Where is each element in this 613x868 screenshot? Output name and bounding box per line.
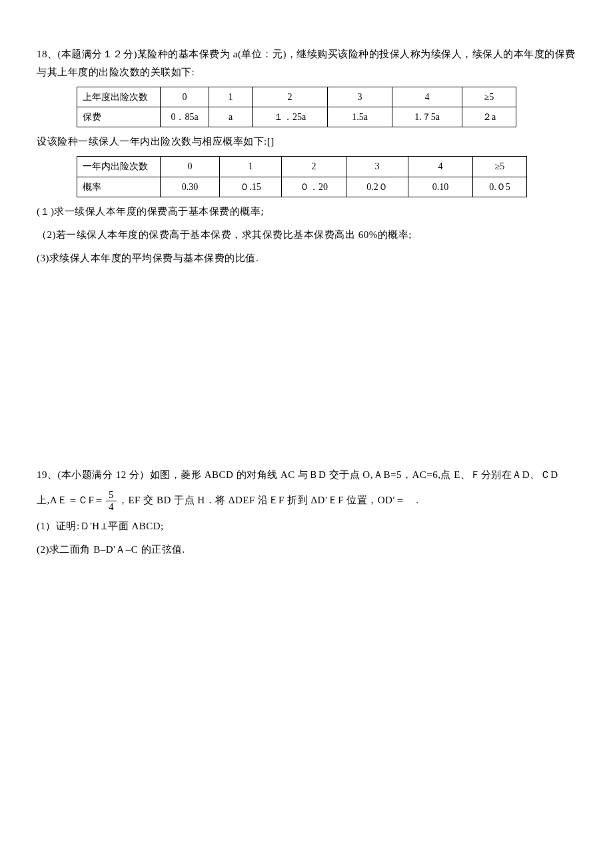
p18-intro: 18、(本题满分１２分)某险种的基本保费为 a(单位：元)，继续购买该险种的投保… [37,45,576,81]
table-probability: 一年内出险次数 0 1 2 3 4 ≥5 概率 0.30 ０.15 ０．20 0… [77,156,527,197]
table-cell: a [209,107,253,127]
table-cell: 4 [392,87,462,107]
fraction-den: 4 [106,501,117,513]
p18-q1: (１)求一续保人本年度的保费高于基本保费的概率; [37,203,576,221]
p18-q3: (3)求续保人本年度的平均保费与基本保费的比值. [37,249,576,267]
p19-line1b: 上,AＥ＝ＣF＝54，EF 交 BD 于点 H．将 ΔDEF 沿ＥF 折到 ΔD… [37,489,576,513]
table-cell: 0.30 [161,177,220,197]
fraction-num: 5 [106,489,117,501]
table-cell: ２a [462,107,516,127]
table-row: 概率 0.30 ０.15 ０．20 0.2０ 0.10 0.０5 [77,177,527,197]
table-cell: 0.2０ [346,177,408,197]
table-cell: 1.5a [328,107,392,127]
p19-post: ，EF 交 BD 于点 H．将 ΔDEF 沿ＥF 折到 ΔD′ＥF 位置，OD′… [118,495,419,505]
table-cell: 2 [282,157,346,177]
table-cell: 0.10 [408,177,473,197]
table-cell: ≥5 [473,157,527,177]
table-cell: ０.15 [220,177,282,197]
problem-18: 18、(本题满分１２分)某险种的基本保费为 a(单位：元)，继续购买该险种的投保… [37,45,576,267]
table-cell: 0 [161,87,209,107]
table-cell: 1 [209,87,253,107]
fraction: 54 [106,489,117,512]
table-row: 上年度出险次数 0 1 2 3 4 ≥5 [77,87,516,107]
p18-line2: 设该险种一续保人一年内出险次数与相应概率如下:[] [37,133,576,151]
table-row: 保费 0．85a a １．25a 1.5a 1.７5a ２a [77,107,516,127]
table-cell: 0．85a [161,107,209,127]
table-cell: 2 [253,87,328,107]
p18-q2: （2)若一续保人本年度的保费高于基本保费，求其保费比基本保费高出 60%的概率; [37,226,576,244]
table-header-cell: 上年度出险次数 [77,87,161,107]
p19-q2: (2)求二面角 B–D'Ａ–C 的正弦值. [37,541,576,559]
p19-pre: 上,AＥ＝ＣF＝ [37,495,105,505]
table-cell: 3 [346,157,408,177]
table-cell: 1.７5a [392,107,462,127]
table-row: 一年内出险次数 0 1 2 3 4 ≥5 [77,157,527,177]
table-cell: 0.０5 [473,177,527,197]
table-cell: ０．20 [282,177,346,197]
p19-line1a: 19、(本小题满分 12 分）如图，菱形 ABCD 的对角线 AC 与ＢD 交于… [37,466,576,484]
spacer [37,287,576,461]
table-cell: 0 [161,157,220,177]
p19-q1: (1）证明:Ｄ'H⊥平面 ABCD; [37,517,576,535]
table-cell: 1 [220,157,282,177]
table-cell: 4 [408,157,473,177]
table-cell: ≥5 [462,87,516,107]
table-header-cell: 一年内出险次数 [77,157,161,177]
table-cell: １．25a [253,107,328,127]
table-row-label: 概率 [77,177,161,197]
problem-19: 19、(本小题满分 12 分）如图，菱形 ABCD 的对角线 AC 与ＢD 交于… [37,466,576,559]
table-row-label: 保费 [77,107,161,127]
table-premium: 上年度出险次数 0 1 2 3 4 ≥5 保费 0．85a a １．25a 1.… [77,87,516,127]
table-cell: 3 [328,87,392,107]
